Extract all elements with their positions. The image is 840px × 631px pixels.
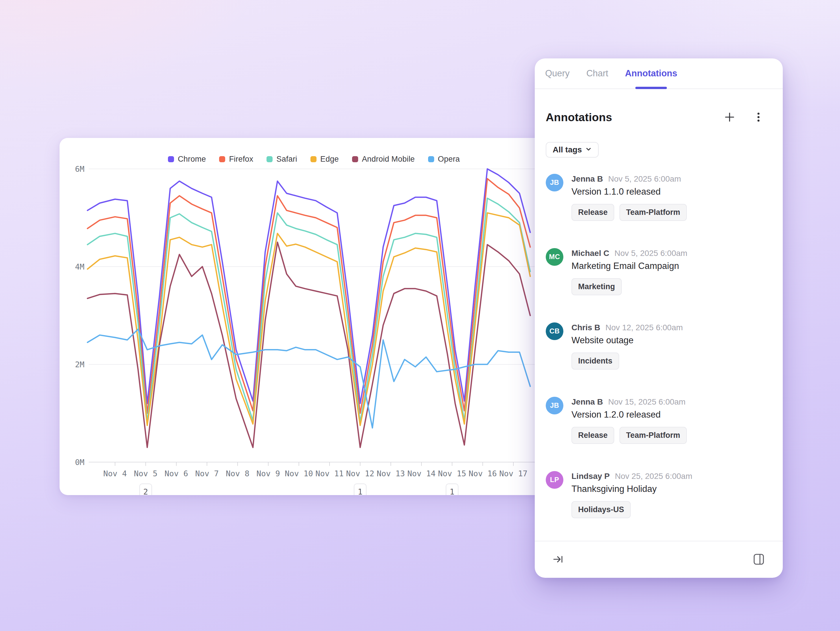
tags-filter-label: All tags <box>553 145 582 154</box>
desktop-background: Chrome Firefox Safari Edge Android Mobil… <box>0 0 840 631</box>
annotation-timestamp: Nov 25, 2025 6:00am <box>615 472 692 481</box>
tag-chip: Release <box>572 204 614 221</box>
split-view-icon <box>752 553 766 567</box>
usage-line-chart[interactable]: 0M2M4M6MNov 4Nov 5Nov 6Nov 7Nov 8Nov 9No… <box>60 138 584 495</box>
tags-filter-dropdown[interactable]: All tags <box>546 142 598 158</box>
collapse-panel-button[interactable] <box>550 552 566 568</box>
x-axis-label: Nov 12 <box>346 469 374 478</box>
annotations-panel: QueryChartAnnotations Annotations All ta… <box>535 59 783 578</box>
annotation-item[interactable]: MC Michael C Nov 5, 2025 6:00am Marketin… <box>546 248 772 295</box>
axis-annotation-count: 2 <box>144 487 148 495</box>
annotation-item[interactable]: LP Lindsay P Nov 25, 2025 6:00am Thanksg… <box>546 471 772 518</box>
x-axis-label: Nov 14 <box>407 469 436 478</box>
annotation-title: Marketing Email Campaign <box>572 261 687 271</box>
panel-footer <box>535 541 783 578</box>
annotation-timestamp: Nov 5, 2025 6:00am <box>608 174 681 183</box>
avatar: JB <box>546 397 564 414</box>
kebab-menu-icon <box>752 111 765 124</box>
annotation-title: Thanksgiving Holiday <box>572 484 692 494</box>
avatar: LP <box>546 471 564 489</box>
tab-query[interactable]: Query <box>545 59 570 89</box>
annotation-tags: ReleaseTeam-Platform <box>572 204 687 221</box>
add-annotation-button[interactable] <box>722 109 738 126</box>
annotation-timestamp: Nov 12, 2025 6:00am <box>606 323 683 332</box>
avatar: JB <box>546 174 564 191</box>
x-axis-label: Nov 9 <box>256 469 280 478</box>
annotation-title: Version 1.2.0 released <box>572 410 687 420</box>
panel-tabs: QueryChartAnnotations <box>535 59 783 89</box>
tag-chip: Incidents <box>572 353 619 370</box>
x-axis-label: Nov 5 <box>134 469 157 478</box>
collapse-panel-right-icon <box>552 553 564 566</box>
y-axis-label: 0M <box>75 458 84 467</box>
tag-chip: Team-Platform <box>619 204 687 221</box>
tag-chip: Release <box>572 427 614 444</box>
annotation-tags: Holidays-US <box>572 501 692 518</box>
y-axis-label: 4M <box>75 262 84 271</box>
tag-chip: Holidays-US <box>572 501 631 518</box>
annotation-item[interactable]: JB Jenna B Nov 15, 2025 6:00am Version 1… <box>546 397 772 444</box>
x-axis-label: Nov 8 <box>226 469 249 478</box>
annotation-author: Lindsay P <box>572 472 609 481</box>
annotation-author: Chris B <box>572 323 600 332</box>
annotation-item[interactable]: CB Chris B Nov 12, 2025 6:00am Website o… <box>546 323 772 370</box>
x-axis-label: Nov 16 <box>469 469 497 478</box>
annotations-list: JB Jenna B Nov 5, 2025 6:00am Version 1.… <box>535 158 783 518</box>
annotation-timestamp: Nov 15, 2025 6:00am <box>608 397 686 406</box>
x-axis-label: Nov 10 <box>285 469 313 478</box>
x-axis-label: Nov 6 <box>164 469 188 478</box>
y-axis-label: 2M <box>75 360 84 369</box>
axis-annotation-count: 1 <box>358 487 363 495</box>
layout-toggle-button[interactable] <box>750 551 767 569</box>
annotation-title: Website outage <box>572 335 683 346</box>
x-axis-label: Nov 4 <box>103 469 126 478</box>
annotation-tags: Marketing <box>572 278 687 295</box>
more-options-button[interactable] <box>750 109 767 126</box>
tab-chart[interactable]: Chart <box>586 59 608 89</box>
filter-row: All tags <box>535 133 783 158</box>
axis-annotation-count: 1 <box>450 487 455 495</box>
tag-chip: Team-Platform <box>619 427 687 444</box>
annotation-author: Jenna B <box>572 397 603 406</box>
x-axis-label: Nov 15 <box>438 469 466 478</box>
x-axis-label: Nov 17 <box>499 469 527 478</box>
x-axis-label: Nov 11 <box>315 469 344 478</box>
plus-icon <box>723 111 736 124</box>
annotation-tags: Incidents <box>572 353 683 370</box>
annotation-title: Version 1.1.0 released <box>572 187 687 197</box>
panel-title: Annotations <box>546 111 612 124</box>
annotation-item[interactable]: JB Jenna B Nov 5, 2025 6:00am Version 1.… <box>546 174 772 221</box>
tag-chip: Marketing <box>572 278 622 295</box>
tab-annotations[interactable]: Annotations <box>625 59 677 89</box>
annotation-author: Michael C <box>572 249 609 258</box>
x-axis-label: Nov 13 <box>377 469 405 478</box>
chevron-down-icon <box>585 145 592 154</box>
panel-header: Annotations <box>535 89 783 133</box>
x-axis-label: Nov 7 <box>195 469 218 478</box>
y-axis-label: 6M <box>75 164 84 174</box>
annotation-tags: ReleaseTeam-Platform <box>572 427 687 444</box>
avatar: MC <box>546 248 564 266</box>
chart-card: Chrome Firefox Safari Edge Android Mobil… <box>60 138 584 495</box>
annotation-author: Jenna B <box>572 174 603 183</box>
annotation-timestamp: Nov 5, 2025 6:00am <box>614 249 687 258</box>
avatar: CB <box>546 323 564 340</box>
